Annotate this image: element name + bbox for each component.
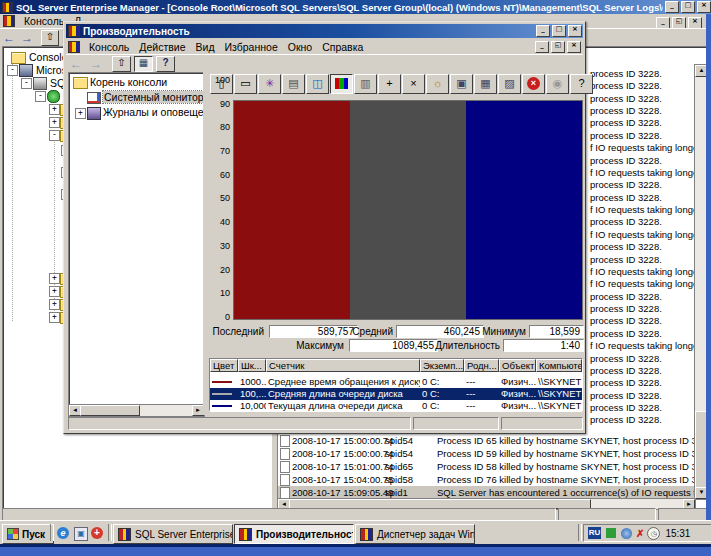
view-log-data-icon[interactable]: ▤	[282, 74, 305, 94]
legend-scale[interactable]: 10,000	[238, 400, 266, 412]
help-monitor-icon[interactable]: ?	[570, 74, 593, 94]
language-indicator[interactable]: RU	[588, 527, 601, 539]
task-button-0[interactable]: SQL Server Enterprise M...	[113, 524, 233, 544]
maximize-button[interactable]: □	[681, 1, 695, 13]
tray-green-icon[interactable]	[606, 528, 616, 538]
task-icon	[360, 528, 373, 541]
legend-header[interactable]: Объект	[499, 359, 536, 372]
legend-header[interactable]: Компьютер	[536, 359, 582, 372]
log-row[interactable]: 2008-10-17 15:01:00.74spid65Process ID 5…	[278, 460, 694, 473]
legend-color-swatch[interactable]	[210, 376, 238, 388]
perf-menu-item-2[interactable]: Вид	[191, 40, 220, 54]
legend-header[interactable]: Родн...	[464, 359, 499, 372]
legend-object[interactable]: Физич...	[499, 400, 536, 412]
back-icon[interactable]: ←	[3, 31, 15, 45]
perf-minimize-button[interactable]: _	[536, 25, 550, 37]
expand-icon[interactable]: +	[49, 286, 60, 297]
legend-counter[interactable]: Среднее время обращения к диску (сек)	[266, 376, 420, 388]
legend-counter[interactable]: Средняя длина очереди диска	[266, 388, 420, 400]
perf-close-button[interactable]: ×	[568, 25, 582, 37]
collapse-icon[interactable]: -	[35, 91, 46, 102]
y-axis-tick: 50	[220, 193, 230, 203]
legend-color-swatch[interactable]	[210, 388, 238, 400]
view-report-icon[interactable]: ▥	[354, 74, 377, 94]
task-label: SQL Server Enterprise M...	[135, 529, 233, 540]
update-data-icon[interactable]: ◉	[546, 74, 569, 94]
legend-parent[interactable]: ---	[464, 388, 499, 400]
forward-icon[interactable]: →	[21, 31, 33, 45]
up-one-level-icon[interactable]: ⇧	[112, 56, 131, 72]
perf-mdi-restore-button[interactable]: ◱	[551, 41, 565, 53]
collapse-icon[interactable]: -	[7, 65, 18, 76]
legend-header[interactable]: Счетчик	[266, 359, 420, 372]
view-histogram-icon[interactable]	[330, 74, 353, 94]
legend-parent[interactable]: ---	[464, 376, 499, 388]
main-menu-item-0[interactable]: Консоль	[19, 14, 69, 28]
log-row[interactable]: 2008-10-17 15:00:00.74spid54Process ID 5…	[278, 447, 694, 460]
legend-instance[interactable]: 0 C:	[420, 376, 464, 388]
minimize-button[interactable]: _	[665, 1, 679, 13]
log-row[interactable]: 2008-10-17 15:04:00.75spid58Process ID 7…	[278, 473, 694, 486]
legend-instance[interactable]: 0 C:	[420, 388, 464, 400]
view-current-activity-icon[interactable]: ✳	[258, 74, 281, 94]
close-button[interactable]: ×	[697, 1, 711, 13]
log-line-fragment: process ID 3228.	[590, 291, 662, 302]
freeze-display-icon[interactable]: ×	[522, 74, 545, 94]
expand-icon[interactable]: +	[49, 299, 60, 310]
show-console-tree-icon[interactable]: ▦	[134, 56, 153, 72]
legend-computer[interactable]: \\SKYNET	[536, 388, 582, 400]
add-counter-icon[interactable]: +	[378, 74, 401, 94]
tray-network-icon[interactable]	[621, 528, 632, 539]
legend-header[interactable]: Цвет	[210, 359, 238, 372]
expand-icon[interactable]: +	[49, 273, 60, 284]
task-button-2[interactable]: Диспетчер задач Wind...	[355, 524, 475, 544]
log-row[interactable]: 2008-10-17 15:00:00.74spid54Process ID 6…	[278, 434, 694, 447]
view-graph-icon[interactable]: ◫	[306, 74, 329, 94]
help-icon[interactable]: ?	[156, 56, 175, 72]
collapse-icon[interactable]: -	[49, 130, 60, 141]
log-row[interactable]: 2008-10-17 15:09:05.49spid1SQL Server ha…	[278, 486, 694, 498]
expand-icon[interactable]: +	[49, 312, 60, 323]
legend-color-swatch[interactable]	[210, 400, 238, 412]
scroll-thumb[interactable]	[80, 405, 140, 416]
legend-computer[interactable]: \\SKYNET	[536, 400, 582, 412]
legend-computer[interactable]: \\SKYNET	[536, 376, 582, 388]
legend-scale[interactable]: 100,...	[238, 388, 266, 400]
legend-header[interactable]: Экземп...	[420, 359, 464, 372]
perf-mdi-minimize-button[interactable]: _	[535, 41, 549, 53]
legend-counter[interactable]: Текущая длина очереди диска	[266, 400, 420, 412]
task-button-1[interactable]: Производительность	[234, 524, 354, 544]
perf-menu-item-3[interactable]: Избранное	[220, 40, 283, 54]
clear-display-icon[interactable]: ▭	[234, 74, 257, 94]
legend-scale[interactable]: 1000...	[238, 376, 266, 388]
legend-object[interactable]: Физич...	[499, 376, 536, 388]
delete-counter-icon[interactable]: ×	[402, 74, 425, 94]
expand-icon[interactable]: +	[49, 117, 60, 128]
properties-icon[interactable]: ▨	[498, 74, 521, 94]
perf-menu-item-5[interactable]: Справка	[317, 40, 368, 54]
legend-instance[interactable]: 0 C:	[420, 400, 464, 412]
collapse-icon[interactable]: -	[21, 78, 32, 89]
perf-maximize-button[interactable]: □	[552, 25, 566, 37]
expand-icon[interactable]: +	[75, 108, 86, 119]
perf-menu-item-4[interactable]: Окно	[283, 40, 317, 54]
quick-launch-plus-icon[interactable]: +	[91, 527, 103, 539]
tray-clock-icon[interactable]: ◷	[647, 527, 660, 540]
internet-explorer-icon[interactable]: e	[57, 527, 69, 539]
highlight-icon[interactable]: ☼	[426, 74, 449, 94]
tray-disconnected-icon[interactable]: ✗	[636, 528, 644, 539]
expand-icon[interactable]: +	[49, 104, 60, 115]
perf-mdi-close-button[interactable]: ×	[567, 41, 581, 53]
start-button[interactable]: Пуск	[2, 524, 54, 544]
perf-menu-item-1[interactable]: Действие	[134, 40, 190, 54]
perf-menu-item-0[interactable]: Консоль	[84, 40, 134, 54]
copy-properties-icon[interactable]: ▣	[450, 74, 473, 94]
forward-icon[interactable]: →	[90, 57, 102, 71]
quick-launch-icon[interactable]: ▣	[74, 527, 88, 541]
legend-parent[interactable]: ---	[464, 400, 499, 412]
up-one-level-icon[interactable]: ⇧	[41, 30, 59, 46]
legend-object[interactable]: Физич...	[499, 388, 536, 400]
back-icon[interactable]: ←	[70, 57, 82, 71]
legend-header[interactable]: Шк...	[238, 359, 266, 372]
paste-counter-list-icon[interactable]: ▦	[474, 74, 497, 94]
